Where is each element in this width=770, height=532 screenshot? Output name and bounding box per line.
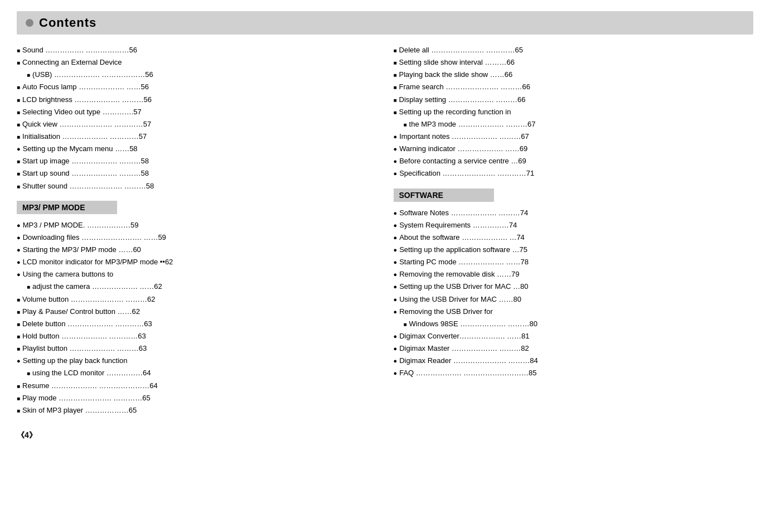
item-text: Resume ………………. …………………64: [22, 380, 376, 391]
list-item: Digimax Converter………………. ……81: [394, 331, 754, 342]
list-item: Shutter sound …………………. ………58: [17, 181, 377, 192]
circle-bullet: [394, 294, 398, 305]
circle-bullet: [394, 168, 398, 179]
circle-bullet: [394, 306, 398, 317]
item-text: Before contacting a service centre …69: [399, 156, 753, 167]
item-text: LCD monitor indicator for MP3/PMP mode •…: [23, 257, 377, 268]
footer: 《4》: [17, 431, 753, 441]
list-item: the MP3 mode ………………. ………67: [394, 119, 754, 130]
list-item: Start up sound ………………. ………58: [17, 168, 377, 179]
item-text: Connecting an External Device: [22, 57, 376, 68]
circle-bullet: [394, 207, 398, 219]
right-column: Delete all …………………. …………65Setting slide …: [394, 45, 754, 417]
item-text: Playlist button ………………. ………63: [22, 343, 376, 354]
square-bullet: [404, 119, 407, 130]
item-text: About the software ………………. …74: [399, 232, 753, 243]
item-text: Digimax Master ………………. ………82: [399, 343, 753, 354]
item-text: Software Notes ………………. ………74: [399, 207, 753, 219]
list-item: Downloading files ……………………. ……59: [17, 232, 377, 243]
circle-bullet: [394, 269, 398, 280]
square-bullet: [17, 181, 20, 192]
square-bullet: [17, 405, 20, 416]
list-item: Play & Pause/ Control button ……62: [17, 306, 377, 317]
square-bullet: [17, 131, 20, 142]
square-bullet: [27, 367, 30, 379]
list-item: using the LCD monitor ……………64: [17, 367, 377, 379]
square-bullet: [17, 331, 20, 342]
item-text: Skin of MP3 player ………………65: [22, 405, 376, 416]
square-bullet: [394, 69, 397, 80]
list-item: Playing back the slide show ……66: [394, 69, 754, 80]
list-item: Hold button ………………. …………63: [17, 331, 377, 342]
square-bullet: [17, 380, 20, 391]
circle-bullet: [394, 257, 398, 268]
circle-bullet: [17, 220, 21, 231]
list-item: Display setting ………………. ………66: [394, 94, 754, 105]
item-text: Removing the removable disk ……79: [399, 269, 753, 280]
page-number: 《4》: [17, 431, 37, 439]
left-column: Sound ……………. ………………56Connecting an Exter…: [17, 45, 377, 417]
list-item: Digimax Reader …………………. ………84: [394, 355, 754, 366]
item-text: LCD brightness ………………. ………56: [22, 94, 376, 105]
item-text: Setting up the application software …75: [399, 244, 753, 255]
item-text: Display setting ………………. ………66: [399, 94, 753, 105]
item-text: Setting up the USB Driver for MAC …80: [399, 281, 753, 292]
square-bullet: [394, 81, 397, 93]
circle-bullet: [394, 343, 398, 354]
item-text: adjust the camera ………………. ……62: [32, 281, 376, 292]
circle-bullet: [394, 244, 398, 255]
item-text: Downloading files ……………………. ……59: [23, 232, 377, 243]
list-item: Setting up the play back function: [17, 355, 377, 366]
list-item: Using the USB Driver for MAC ……80: [394, 294, 754, 305]
list-item: Playlist button ………………. ………63: [17, 343, 377, 354]
square-bullet: [404, 318, 407, 330]
item-text: Delete all …………………. …………65: [399, 45, 753, 56]
list-item: Start up image ………………. ………58: [17, 156, 377, 167]
list-item: Software Notes ………………. ………74: [394, 207, 754, 219]
item-text: Quick view …………………. …………57: [22, 119, 376, 130]
list-item: Removing the removable disk ……79: [394, 269, 754, 280]
item-text: Setting up the Mycam menu ……58: [23, 143, 377, 154]
list-item: Windows 98SE ………………. ………80: [394, 318, 754, 330]
list-item: Resume ………………. …………………64: [17, 380, 377, 391]
list-item: MP3 / PMP MODE. ………………59: [17, 220, 377, 231]
circle-bullet: [394, 220, 398, 231]
left-mp3-list: MP3 / PMP MODE. ………………59Downloading file…: [17, 220, 377, 416]
list-item: Volume button …………………. ………62: [17, 294, 377, 305]
list-item: (USB) ………………. ………………56: [17, 69, 377, 80]
list-item: Important notes ………………. ………67: [394, 131, 754, 142]
square-bullet: [17, 306, 20, 317]
circle-bullet: [17, 244, 21, 255]
item-text: Setting up the recording function in: [399, 107, 753, 118]
square-bullet: [17, 393, 20, 404]
item-text: Digimax Reader …………………. ………84: [399, 355, 753, 366]
list-item: Selecting Video out type ………….57: [17, 107, 377, 118]
square-bullet: [17, 57, 20, 68]
item-text: Specification …………………. …………71: [399, 168, 753, 179]
square-bullet: [394, 107, 397, 118]
item-text: Digimax Converter………………. ……81: [399, 331, 753, 342]
circle-bullet: [394, 232, 398, 243]
item-text: Removing the USB Driver for: [399, 306, 753, 317]
circle-bullet: [17, 257, 21, 268]
list-item: Digimax Master ………………. ………82: [394, 343, 754, 354]
item-text: Warning indicator ………………. ……69: [399, 143, 753, 154]
square-bullet: [17, 294, 20, 305]
list-item: Specification …………………. …………71: [394, 168, 754, 179]
header-title: Contents: [39, 16, 96, 30]
square-bullet: [27, 281, 30, 292]
right-top-list: Delete all …………………. …………65Setting slide …: [394, 45, 754, 180]
circle-bullet: [394, 156, 398, 167]
item-text: Play mode …………………. …………65: [22, 393, 376, 404]
item-text: Using the USB Driver for MAC ……80: [399, 294, 753, 305]
item-text: MP3 / PMP MODE. ………………59: [23, 220, 377, 231]
item-text: Setting slide show interval ………66: [399, 57, 753, 68]
item-text: FAQ ………………. ………………………85: [399, 367, 753, 379]
square-bullet: [17, 343, 20, 354]
left-top-list: Sound ……………. ………………56Connecting an Exter…: [17, 45, 377, 192]
item-text: Playing back the slide show ……66: [399, 69, 753, 80]
item-text: Shutter sound …………………. ………58: [22, 181, 376, 192]
item-text: Hold button ………………. …………63: [22, 331, 376, 342]
square-bullet: [17, 168, 20, 179]
square-bullet: [17, 156, 20, 167]
